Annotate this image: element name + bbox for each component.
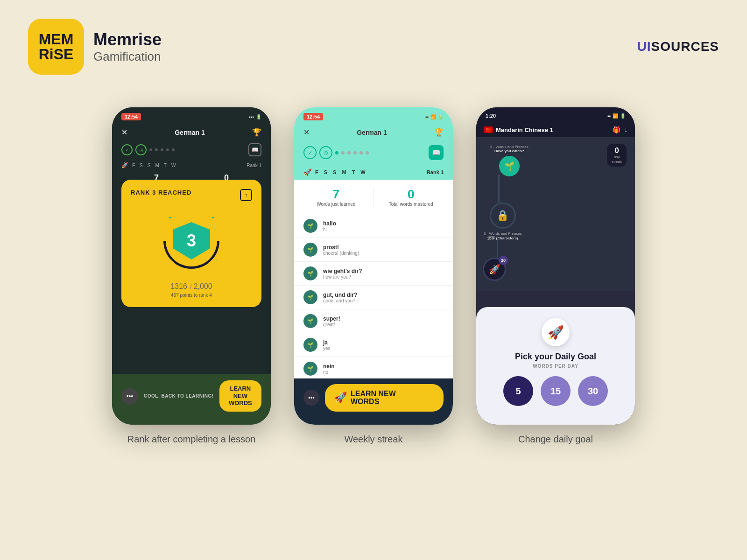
lesson-circle[interactable]: 🌱: [499, 156, 520, 176]
points-total: 2,000: [194, 282, 212, 290]
phone1-bottom-bar: ••• COOL, BACK TO LEARNING! LEARN NEWWOR…: [112, 374, 271, 425]
phone1-progress-row: ✓ ◷ 📖: [112, 140, 271, 159]
prog-dot: [341, 151, 345, 154]
words-learned-label: Words just learned: [303, 202, 369, 207]
phone2-status-bar: 12:54 ▪▪ 📶 🔋: [294, 107, 453, 124]
phone1-nav: ✕ German 1 🏆: [112, 124, 271, 140]
close-icon[interactable]: ✕: [303, 128, 310, 137]
points-current: 1316: [170, 282, 187, 290]
avatar: 🌱: [303, 219, 317, 233]
rank-label: Rank 1: [247, 163, 261, 168]
header: MEMRiSE Memrise Gamification UISOURCES: [0, 0, 747, 89]
list-item: 🌱 jayes: [294, 333, 453, 357]
phone3-status-bar: 1:20 ▪▪ 📶 🔋: [476, 107, 635, 122]
check-icon: ✓: [121, 144, 133, 155]
rocket-learn-icon: 🚀: [334, 392, 347, 404]
list-item: 🌱 hallohi: [294, 214, 453, 238]
share-button[interactable]: ↑: [240, 189, 252, 201]
nav-left: 🇨🇳 Mandarin Chinese 1: [484, 126, 553, 133]
list-item: 🌱 wie geht's dir?how are you?: [294, 262, 453, 286]
app-name: Memrise: [93, 30, 162, 49]
phone2-streak-row: 🚀 F S S M T W Rank 1: [294, 165, 453, 180]
avatar: 🌱: [303, 266, 317, 280]
book-icon: 📖: [248, 143, 261, 156]
brand-logo: UISOURCES: [637, 39, 719, 54]
phone2-nav: ✕ German 1 🏆: [294, 124, 453, 140]
prog-dot-4: [166, 148, 169, 151]
stat-divider: [374, 187, 374, 207]
prog-dot: [353, 151, 357, 154]
prog-dot: [366, 151, 369, 154]
avatar: 🌱: [303, 338, 317, 352]
menu-button[interactable]: •••: [121, 388, 138, 405]
goal-title: Pick your Daily Goal: [486, 352, 626, 362]
sparkle-icon: ✦: [211, 215, 215, 220]
download-icon[interactable]: ↓: [624, 126, 627, 133]
list-item: 🌱 gut, und dir?good, and you?: [294, 286, 453, 309]
rocket-node-container: 🚀 20: [483, 258, 506, 281]
learn-new-words-button[interactable]: LEARN NEWWORDS: [219, 380, 261, 412]
goal-rocket: 🚀: [486, 318, 626, 346]
gift-icon[interactable]: 🎁: [613, 126, 620, 133]
lesson-label: 5 - Words and Phrases Have you eaten?: [490, 145, 529, 153]
phone2-nav-title: German 1: [357, 129, 387, 136]
sparkle-icon: ·: [216, 257, 217, 262]
avatar: 🌱: [303, 362, 317, 376]
app-title: Memrise Gamification: [93, 30, 162, 64]
progress-icons: ✓ ◷: [121, 144, 175, 155]
brand-sources: SOURCES: [651, 39, 719, 54]
connector-line: [498, 175, 500, 203]
check-icon: ✓: [303, 146, 317, 159]
streak-days: F S S M T W: [132, 163, 176, 168]
prog-dot-3: [161, 148, 163, 151]
learn-new-words-button[interactable]: 🚀 LEARN NEW WORDS: [325, 384, 444, 412]
phone3-nav: 🇨🇳 Mandarin Chinese 1 🎁 ↓: [476, 122, 635, 137]
daily-goal-panel: 🚀 Pick your Daily Goal WORDS PER DAY 5 1…: [476, 307, 635, 425]
avatar: 🌱: [303, 290, 317, 304]
goal-option-30[interactable]: 30: [578, 376, 608, 406]
rank-card: RANK 3 REACHED ↑ ✦ ✦ · · 3 1316 / 2,000: [121, 180, 261, 307]
rank-number: 3: [187, 231, 196, 251]
app-icon-text: MEMRiSE: [39, 32, 74, 62]
words-mastered-label: Total words mastered: [379, 202, 444, 207]
streak-number: 0: [612, 147, 622, 155]
lesson-node-1: 5 - Words and Phrases Have you eaten? 🌱: [490, 145, 529, 176]
phone2-time: 12:54: [303, 113, 323, 120]
prog-dot-1: [149, 148, 152, 151]
avatar: 🌱: [303, 314, 317, 328]
phone1-streak-row: 🚀 F S S M T W Rank 1: [112, 159, 271, 171]
words-per-day-label: WORDS PER DAY: [486, 364, 626, 369]
trophy-icon[interactable]: 🏆: [434, 128, 444, 137]
phone3-map: 0 daystreak 5 - Words and Phrases Have y…: [476, 137, 635, 291]
progress-icons: ✓ ◷: [303, 146, 369, 159]
rank-points: 1316 / 2,000: [170, 280, 212, 292]
goal-options: 5 15 30: [486, 376, 626, 406]
header-left: MEMRiSE Memrise Gamification: [28, 19, 162, 75]
learn-btn-text: LEARN NEW WORDS: [351, 390, 396, 406]
flag-icon: 🇨🇳: [484, 126, 493, 133]
prog-dot-5: [172, 148, 175, 151]
prog-dot: [347, 151, 351, 154]
nav-icons: 🎁 ↓: [613, 126, 627, 133]
rank-shield-container: ✦ ✦ · · 3: [161, 210, 222, 271]
goal-option-15[interactable]: 15: [541, 376, 571, 406]
timer-icon: ◷: [319, 146, 332, 159]
prog-dot: [359, 151, 363, 154]
book-icon: 📖: [429, 145, 444, 160]
phone1: 12:54 ▪▪▪ 🔋 ✕ German 1 🏆 ✓ ◷: [112, 107, 271, 425]
streak-badge: 0 daystreak: [607, 144, 627, 167]
phones-container: 12:54 ▪▪▪ 🔋 ✕ German 1 🏆 ✓ ◷: [0, 89, 747, 445]
goal-option-5[interactable]: 5: [503, 376, 533, 406]
phone1-caption: Rank after completing a lesson: [127, 434, 256, 445]
list-item: 🌱 super!great!: [294, 309, 453, 333]
rank-card-header: RANK 3 REACHED ↑: [131, 189, 252, 201]
trophy-icon[interactable]: 🏆: [252, 128, 261, 137]
phone2-caption: Weekly streak: [344, 434, 402, 445]
close-icon[interactable]: ✕: [121, 128, 127, 137]
phone1-nav-title: German 1: [175, 129, 205, 136]
lesson-category: 5 - Words and Phrases: [490, 145, 529, 149]
menu-button[interactable]: •••: [303, 390, 319, 406]
streak-text: daystreak: [612, 155, 622, 164]
phone1-status-bar: 12:54 ▪▪▪ 🔋: [112, 107, 271, 124]
phone2-progress-row: ✓ ◷ 📖: [294, 140, 453, 165]
